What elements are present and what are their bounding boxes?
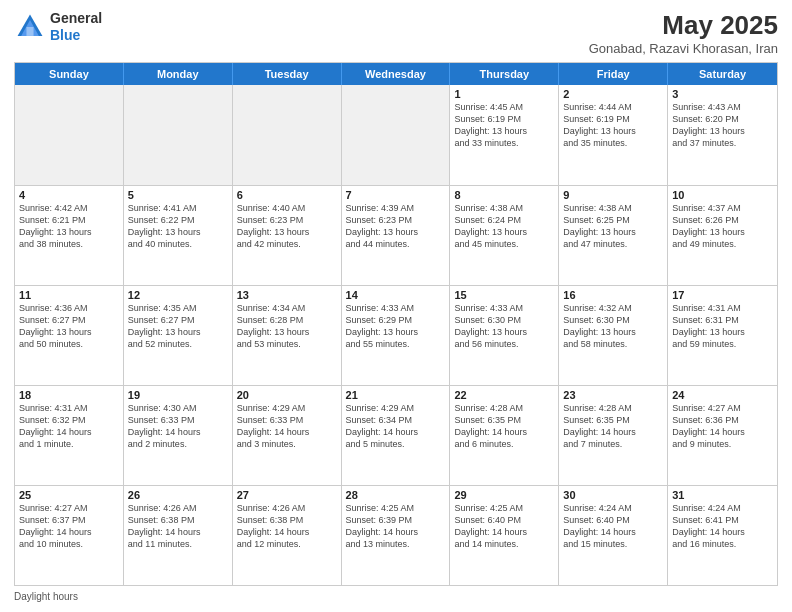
day-number: 2 [563, 88, 663, 100]
calendar-header-cell: Friday [559, 63, 668, 85]
day-number: 22 [454, 389, 554, 401]
calendar-header-cell: Wednesday [342, 63, 451, 85]
calendar-cell: 17Sunrise: 4:31 AM Sunset: 6:31 PM Dayli… [668, 286, 777, 385]
day-number: 20 [237, 389, 337, 401]
day-info: Sunrise: 4:39 AM Sunset: 6:23 PM Dayligh… [346, 202, 446, 251]
calendar-cell: 4Sunrise: 4:42 AM Sunset: 6:21 PM Daylig… [15, 186, 124, 285]
calendar-cell: 19Sunrise: 4:30 AM Sunset: 6:33 PM Dayli… [124, 386, 233, 485]
day-number: 15 [454, 289, 554, 301]
calendar-cell: 20Sunrise: 4:29 AM Sunset: 6:33 PM Dayli… [233, 386, 342, 485]
calendar-cell: 24Sunrise: 4:27 AM Sunset: 6:36 PM Dayli… [668, 386, 777, 485]
day-info: Sunrise: 4:24 AM Sunset: 6:41 PM Dayligh… [672, 502, 773, 551]
day-number: 31 [672, 489, 773, 501]
day-number: 19 [128, 389, 228, 401]
calendar-header-cell: Saturday [668, 63, 777, 85]
day-number: 12 [128, 289, 228, 301]
day-info: Sunrise: 4:31 AM Sunset: 6:32 PM Dayligh… [19, 402, 119, 451]
day-number: 17 [672, 289, 773, 301]
day-number: 28 [346, 489, 446, 501]
calendar-cell: 16Sunrise: 4:32 AM Sunset: 6:30 PM Dayli… [559, 286, 668, 385]
calendar-cell: 26Sunrise: 4:26 AM Sunset: 6:38 PM Dayli… [124, 486, 233, 585]
calendar-cell: 22Sunrise: 4:28 AM Sunset: 6:35 PM Dayli… [450, 386, 559, 485]
day-info: Sunrise: 4:35 AM Sunset: 6:27 PM Dayligh… [128, 302, 228, 351]
day-info: Sunrise: 4:44 AM Sunset: 6:19 PM Dayligh… [563, 101, 663, 150]
daylight-label: Daylight hours [14, 591, 78, 602]
calendar-cell: 18Sunrise: 4:31 AM Sunset: 6:32 PM Dayli… [15, 386, 124, 485]
calendar-cell [342, 85, 451, 185]
calendar-row: 25Sunrise: 4:27 AM Sunset: 6:37 PM Dayli… [15, 485, 777, 585]
day-info: Sunrise: 4:41 AM Sunset: 6:22 PM Dayligh… [128, 202, 228, 251]
day-number: 10 [672, 189, 773, 201]
calendar-header-cell: Sunday [15, 63, 124, 85]
calendar-cell: 9Sunrise: 4:38 AM Sunset: 6:25 PM Daylig… [559, 186, 668, 285]
day-info: Sunrise: 4:30 AM Sunset: 6:33 PM Dayligh… [128, 402, 228, 451]
calendar-cell: 11Sunrise: 4:36 AM Sunset: 6:27 PM Dayli… [15, 286, 124, 385]
header: General Blue May 2025 Gonabad, Razavi Kh… [14, 10, 778, 56]
calendar-cell: 23Sunrise: 4:28 AM Sunset: 6:35 PM Dayli… [559, 386, 668, 485]
calendar-cell: 28Sunrise: 4:25 AM Sunset: 6:39 PM Dayli… [342, 486, 451, 585]
day-number: 25 [19, 489, 119, 501]
day-number: 7 [346, 189, 446, 201]
calendar-cell [15, 85, 124, 185]
day-info: Sunrise: 4:29 AM Sunset: 6:33 PM Dayligh… [237, 402, 337, 451]
logo-general: General [50, 10, 102, 27]
calendar-cell: 8Sunrise: 4:38 AM Sunset: 6:24 PM Daylig… [450, 186, 559, 285]
svg-rect-2 [26, 27, 33, 36]
calendar-cell: 29Sunrise: 4:25 AM Sunset: 6:40 PM Dayli… [450, 486, 559, 585]
day-info: Sunrise: 4:24 AM Sunset: 6:40 PM Dayligh… [563, 502, 663, 551]
day-number: 1 [454, 88, 554, 100]
footer: Daylight hours [14, 591, 778, 602]
calendar-header: SundayMondayTuesdayWednesdayThursdayFrid… [15, 63, 777, 85]
day-number: 13 [237, 289, 337, 301]
calendar-cell: 7Sunrise: 4:39 AM Sunset: 6:23 PM Daylig… [342, 186, 451, 285]
day-info: Sunrise: 4:43 AM Sunset: 6:20 PM Dayligh… [672, 101, 773, 150]
day-number: 18 [19, 389, 119, 401]
calendar-cell: 10Sunrise: 4:37 AM Sunset: 6:26 PM Dayli… [668, 186, 777, 285]
page: General Blue May 2025 Gonabad, Razavi Kh… [0, 0, 792, 612]
day-number: 4 [19, 189, 119, 201]
day-number: 29 [454, 489, 554, 501]
calendar-cell: 30Sunrise: 4:24 AM Sunset: 6:40 PM Dayli… [559, 486, 668, 585]
calendar-cell: 15Sunrise: 4:33 AM Sunset: 6:30 PM Dayli… [450, 286, 559, 385]
day-info: Sunrise: 4:45 AM Sunset: 6:19 PM Dayligh… [454, 101, 554, 150]
calendar-row: 18Sunrise: 4:31 AM Sunset: 6:32 PM Dayli… [15, 385, 777, 485]
day-number: 21 [346, 389, 446, 401]
day-info: Sunrise: 4:33 AM Sunset: 6:30 PM Dayligh… [454, 302, 554, 351]
day-info: Sunrise: 4:37 AM Sunset: 6:26 PM Dayligh… [672, 202, 773, 251]
calendar-cell: 13Sunrise: 4:34 AM Sunset: 6:28 PM Dayli… [233, 286, 342, 385]
calendar-cell: 21Sunrise: 4:29 AM Sunset: 6:34 PM Dayli… [342, 386, 451, 485]
day-info: Sunrise: 4:28 AM Sunset: 6:35 PM Dayligh… [454, 402, 554, 451]
day-info: Sunrise: 4:25 AM Sunset: 6:40 PM Dayligh… [454, 502, 554, 551]
day-info: Sunrise: 4:33 AM Sunset: 6:29 PM Dayligh… [346, 302, 446, 351]
day-number: 24 [672, 389, 773, 401]
day-number: 11 [19, 289, 119, 301]
day-info: Sunrise: 4:27 AM Sunset: 6:36 PM Dayligh… [672, 402, 773, 451]
day-number: 27 [237, 489, 337, 501]
day-info: Sunrise: 4:26 AM Sunset: 6:38 PM Dayligh… [237, 502, 337, 551]
day-number: 30 [563, 489, 663, 501]
calendar-cell: 3Sunrise: 4:43 AM Sunset: 6:20 PM Daylig… [668, 85, 777, 185]
calendar-cell: 27Sunrise: 4:26 AM Sunset: 6:38 PM Dayli… [233, 486, 342, 585]
day-number: 5 [128, 189, 228, 201]
day-number: 14 [346, 289, 446, 301]
calendar-row: 11Sunrise: 4:36 AM Sunset: 6:27 PM Dayli… [15, 285, 777, 385]
calendar: SundayMondayTuesdayWednesdayThursdayFrid… [14, 62, 778, 586]
day-number: 26 [128, 489, 228, 501]
day-info: Sunrise: 4:38 AM Sunset: 6:24 PM Dayligh… [454, 202, 554, 251]
logo-icon [14, 11, 46, 43]
calendar-cell: 6Sunrise: 4:40 AM Sunset: 6:23 PM Daylig… [233, 186, 342, 285]
calendar-row: 4Sunrise: 4:42 AM Sunset: 6:21 PM Daylig… [15, 185, 777, 285]
day-info: Sunrise: 4:31 AM Sunset: 6:31 PM Dayligh… [672, 302, 773, 351]
calendar-cell: 5Sunrise: 4:41 AM Sunset: 6:22 PM Daylig… [124, 186, 233, 285]
day-number: 9 [563, 189, 663, 201]
day-info: Sunrise: 4:29 AM Sunset: 6:34 PM Dayligh… [346, 402, 446, 451]
logo-text: General Blue [50, 10, 102, 44]
day-number: 6 [237, 189, 337, 201]
day-info: Sunrise: 4:42 AM Sunset: 6:21 PM Dayligh… [19, 202, 119, 251]
calendar-header-cell: Monday [124, 63, 233, 85]
day-info: Sunrise: 4:36 AM Sunset: 6:27 PM Dayligh… [19, 302, 119, 351]
day-info: Sunrise: 4:26 AM Sunset: 6:38 PM Dayligh… [128, 502, 228, 551]
location: Gonabad, Razavi Khorasan, Iran [589, 41, 778, 56]
calendar-body: 1Sunrise: 4:45 AM Sunset: 6:19 PM Daylig… [15, 85, 777, 585]
logo: General Blue [14, 10, 102, 44]
